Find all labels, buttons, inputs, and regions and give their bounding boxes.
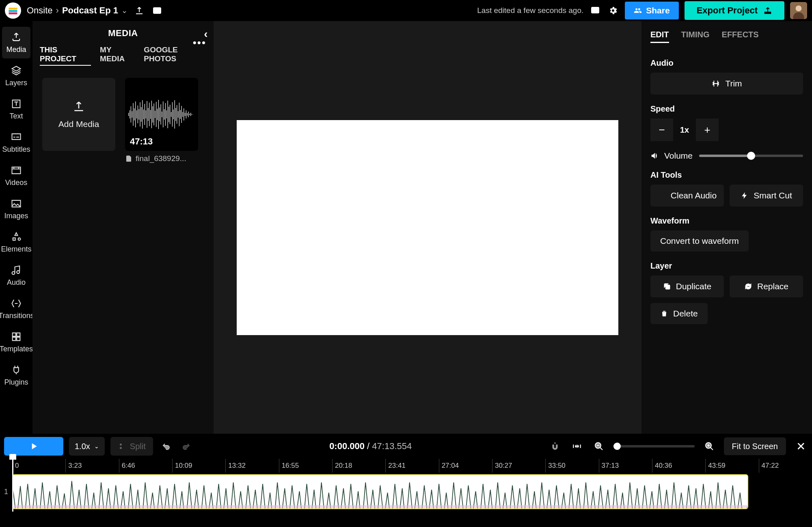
user-avatar[interactable] [790,2,807,19]
clip-filename-row: final_638929... [125,154,198,163]
magnet-icon[interactable] [548,439,562,454]
delete-button[interactable]: Delete [650,303,708,324]
upload-icon[interactable] [133,4,145,17]
svg-rect-0 [9,8,17,10]
settings-icon[interactable] [607,4,619,17]
export-button[interactable]: Export Project [685,1,784,20]
time-total: 47:13.554 [372,441,412,451]
breadcrumb-root[interactable]: Onsite [27,5,53,16]
trim-button[interactable]: Trim [650,73,803,95]
speed-decrease-button[interactable]: − [650,118,673,141]
add-media-button[interactable]: Add Media [42,78,115,151]
speed-increase-button[interactable]: + [696,118,719,141]
timeline-ruler[interactable]: 0 3:23 6:46 10:09 13:32 16:55 20:18 23:4… [0,459,812,473]
rail-subtitles[interactable]: Subtitles [2,127,30,158]
captions-icon[interactable] [151,4,163,17]
share-button[interactable]: Share [625,2,678,19]
audio-clip[interactable] [12,474,748,509]
zoom-out-icon[interactable] [592,439,606,454]
ruler-tick: 30:27 [492,459,545,473]
tab-my-media[interactable]: MY MEDIA [100,45,135,66]
svg-point-7 [796,5,802,11]
rail-label: Media [6,45,26,54]
share-label: Share [646,6,669,15]
duplicate-button[interactable]: Duplicate [650,275,724,297]
play-button[interactable] [4,437,63,456]
rail-plugins[interactable]: Plugins [2,359,30,391]
rail-media[interactable]: Media [2,27,30,58]
time-current: 0:00.000 [329,441,365,451]
chevron-down-icon[interactable]: ⌄ [121,6,127,15]
ruler-tick: 47:22 [759,459,812,473]
trim-label: Trim [725,79,742,88]
media-thumbnail[interactable]: 47:13 [125,78,198,151]
speed-section-label: Speed [650,104,803,114]
add-media-label: Add Media [58,119,99,129]
snap-icon[interactable] [570,439,584,454]
media-panel-title: MEDIA [108,28,138,39]
ai-tools-label: AI Tools [650,170,803,180]
rail-elements[interactable]: Elements [2,226,30,258]
app-logo[interactable] [5,2,21,19]
clean-audio-button[interactable]: Clean Audio [650,185,724,206]
ruler-tick: 33:50 [545,459,598,473]
media-clip-card[interactable]: 47:13 final_638929... [125,78,198,163]
smart-cut-button[interactable]: Smart Cut [730,185,803,206]
zoom-slider[interactable] [613,445,695,447]
ruler-tick: 10:09 [172,459,225,473]
rail-templates[interactable]: Templates [2,326,30,358]
tab-edit[interactable]: EDIT [650,30,669,43]
volume-slider[interactable] [699,155,803,157]
ruler-tick: 0 [12,459,65,473]
tab-effects[interactable]: EFFECTS [722,30,759,43]
media-panel-header: MEDIA ‹ [32,21,214,45]
duplicate-label: Duplicate [676,282,712,291]
track-lane[interactable] [12,473,812,511]
waveform-label: Waveform [650,216,803,226]
last-edited-text: Last edited a few seconds ago. [477,6,583,15]
tab-timing[interactable]: TIMING [681,30,710,43]
ruler-tick: 3:23 [65,459,119,473]
convert-waveform-button[interactable]: Convert to waveform [650,230,749,252]
svg-rect-69 [13,505,747,508]
rail-images[interactable]: Images [2,193,30,225]
replace-button[interactable]: Replace [730,275,803,297]
rail-text[interactable]: Text [2,93,30,125]
close-icon[interactable]: ✕ [793,440,808,453]
ruler-tick: 20:18 [332,459,385,473]
timecode: 0:00.000 / 47:13.554 [329,441,412,452]
breadcrumb-project[interactable]: Podcast Ep 1 [62,5,118,16]
redo-icon[interactable] [179,439,194,454]
rail-label: Audio [7,278,26,287]
playhead[interactable] [12,459,13,512]
rail-videos[interactable]: Videos [2,160,30,191]
rail-audio[interactable]: Audio [2,260,30,291]
comments-icon[interactable] [589,4,601,17]
split-button[interactable]: Split [110,437,153,456]
svg-rect-4 [592,7,599,13]
svg-rect-1 [9,10,17,12]
rail-transitions[interactable]: Transitions [2,293,30,325]
tab-this-project[interactable]: THIS PROJECT [40,45,91,66]
ruler-tick: 23:41 [385,459,438,473]
clean-audio-label: Clean Audio [671,191,717,200]
playback-speed-select[interactable]: 1.0x ⌄ [69,437,105,456]
rail-label: Elements [1,245,31,254]
rail-label: Plugins [4,378,28,387]
undo-icon[interactable] [159,439,173,454]
volume-icon [650,151,659,160]
export-label: Export Project [697,5,758,16]
clip-waveform [13,475,747,509]
chevron-down-icon: ⌄ [94,443,99,450]
fit-to-screen-button[interactable]: Fit to Screen [724,437,786,455]
video-canvas[interactable] [237,120,618,335]
waveform-preview [125,98,198,131]
rail-layers[interactable]: Layers [2,60,30,92]
breadcrumb: Onsite › Podcast Ep 1 ⌄ [27,5,127,16]
layer-section-label: Layer [650,261,803,271]
zoom-in-icon[interactable] [702,439,717,454]
ruler-tick: 37:13 [599,459,652,473]
ruler-tick: 6:46 [119,459,172,473]
more-icon[interactable]: ••• [193,37,206,49]
svg-rect-5 [765,12,771,14]
